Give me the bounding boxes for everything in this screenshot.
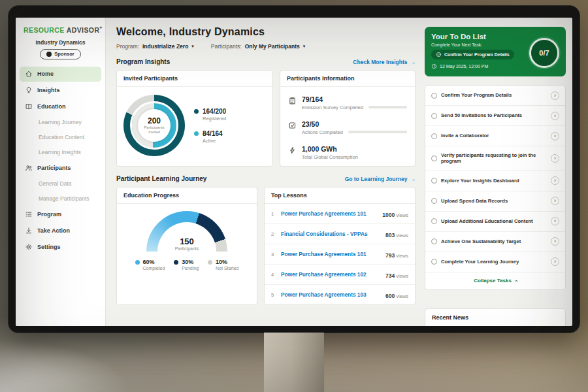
sidebar: RESOURCEADVISOR+ Industry Dynamics Spons… bbox=[16, 18, 106, 326]
task-row[interactable]: Explore Your Insights Dashboard › bbox=[425, 171, 565, 191]
todo-progress-value: 0/7 bbox=[539, 49, 549, 57]
link-label: Check More Insights bbox=[353, 59, 407, 65]
completed-value: 60% bbox=[143, 259, 165, 265]
lesson-rank: 1 bbox=[271, 211, 276, 217]
task-row[interactable]: Upload Additional Educational Content › bbox=[425, 212, 565, 232]
sidebar-item-insights[interactable]: Insights bbox=[20, 83, 101, 98]
pending-value: 30% bbox=[182, 259, 199, 265]
learning-cards-row: Education Progress 150 Participants bbox=[116, 187, 416, 305]
list-icon bbox=[25, 210, 33, 218]
chevron-right-icon[interactable]: › bbox=[551, 257, 559, 266]
go-to-learning-journey-link[interactable]: Go to Learning Journey → bbox=[345, 176, 416, 182]
task-checkbox[interactable] bbox=[431, 133, 437, 139]
task-row[interactable]: Confirm Your Program Details › bbox=[425, 86, 565, 106]
task-checkbox[interactable] bbox=[431, 113, 437, 119]
lesson-link[interactable]: Power Purchase Agreements 101 bbox=[281, 251, 381, 257]
lesson-link[interactable]: Power Purchase Agreements 101 bbox=[281, 210, 378, 217]
chevron-right-icon[interactable]: › bbox=[551, 176, 559, 185]
chevron-right-icon[interactable]: › bbox=[551, 112, 559, 120]
lesson-row: 5 Power Purchase Agreements 103 600views bbox=[265, 285, 415, 304]
chevron-right-icon[interactable]: › bbox=[551, 237, 559, 246]
todo-summary-card: Your To Do List Complete Your Next Task:… bbox=[425, 27, 566, 76]
actions-value: 23/50 bbox=[302, 120, 407, 128]
task-checkbox[interactable] bbox=[431, 178, 437, 184]
lesson-rank: 5 bbox=[271, 292, 276, 298]
program-filter[interactable]: Program: Industrialize Zero ▾ bbox=[116, 43, 194, 50]
brand-logo-plus: + bbox=[99, 25, 103, 30]
nav-label: Education bbox=[37, 103, 66, 110]
task-label: Verify participants requesting to join t… bbox=[441, 152, 547, 165]
task-checkbox[interactable] bbox=[431, 93, 437, 99]
sidebar-item-learning-insights[interactable]: Learning Insights bbox=[20, 146, 101, 159]
lesson-views: 803views bbox=[385, 228, 408, 240]
task-row[interactable]: Send 50 Invitations to Participants › bbox=[425, 106, 565, 126]
invited-count: 200 bbox=[148, 116, 161, 125]
chevron-right-icon[interactable]: › bbox=[551, 197, 559, 205]
sidebar-item-take-action[interactable]: Take Action bbox=[20, 223, 101, 238]
lesson-link[interactable]: Power Purchase Agreements 102 bbox=[281, 271, 381, 278]
monitor-stand bbox=[264, 333, 324, 392]
clock-icon bbox=[431, 63, 437, 69]
sidebar-item-home[interactable]: Home bbox=[20, 67, 101, 82]
nav-label: General Data bbox=[39, 180, 72, 187]
filter-bar: Program: Industrialize Zero ▾ Participan… bbox=[116, 43, 416, 50]
sidebar-item-education-content[interactable]: Education Content bbox=[20, 131, 101, 144]
lightning-icon bbox=[288, 146, 297, 155]
task-checkbox[interactable] bbox=[431, 198, 437, 204]
task-checkbox[interactable] bbox=[431, 155, 437, 161]
participants-filter-value: Only My Participants bbox=[245, 43, 300, 50]
sidebar-item-learning-journey[interactable]: Learning Journey bbox=[20, 116, 101, 129]
lesson-link[interactable]: Power Purchase Agreements 103 bbox=[281, 291, 381, 298]
lesson-link[interactable]: Financial Considerations - VPPAs bbox=[281, 231, 381, 237]
task-row[interactable]: Verify participants requesting to join t… bbox=[425, 146, 565, 171]
sponsor-badge-label: Sponsor bbox=[54, 51, 74, 57]
chevron-right-icon[interactable]: › bbox=[551, 91, 559, 100]
chevron-right-icon[interactable]: › bbox=[551, 154, 559, 163]
todo-due-label: 12 May 2025, 12:00 PM bbox=[440, 64, 488, 69]
gear-icon bbox=[25, 243, 33, 251]
consumption-value: 1,000 GWh bbox=[302, 145, 407, 153]
sidebar-item-general-data[interactable]: General Data bbox=[20, 177, 101, 191]
nav-label: Education Content bbox=[39, 134, 84, 140]
sidebar-item-program[interactable]: Program bbox=[20, 207, 101, 222]
sidebar-item-settings[interactable]: Settings bbox=[20, 240, 101, 255]
participants-information-card: Participants Information 79/164 Emission… bbox=[280, 70, 416, 167]
info-row-consumption: 1,000 GWh Total Global Consumption bbox=[288, 140, 407, 165]
chevron-right-icon[interactable]: › bbox=[551, 217, 559, 225]
section-title-program-insights: Program Insights bbox=[116, 58, 170, 65]
people-icon bbox=[25, 164, 33, 172]
sidebar-item-manage-participants[interactable]: Manage Participants bbox=[20, 192, 101, 206]
participants-filter[interactable]: Participants: Only My Participants ▾ bbox=[211, 43, 305, 50]
lessons-list: 1 Power Purchase Agreements 101 1000view… bbox=[265, 204, 415, 304]
sidebar-item-participants[interactable]: Participants bbox=[20, 161, 101, 176]
task-row[interactable]: Complete Your Learning Journey › bbox=[425, 252, 565, 272]
task-row[interactable]: Achieve One Sustainability Target › bbox=[425, 232, 565, 252]
card-title: Invited Participants bbox=[117, 71, 272, 87]
todo-panel: Your To Do List Complete Your Next Task:… bbox=[423, 18, 572, 326]
task-row[interactable]: Upload Spend Data Records › bbox=[425, 191, 565, 212]
card-title: Education Progress bbox=[117, 188, 257, 204]
task-checkbox[interactable] bbox=[431, 259, 437, 265]
chevron-right-icon[interactable]: › bbox=[551, 132, 559, 140]
sidebar-item-education[interactable]: Education bbox=[20, 99, 101, 114]
task-checkbox[interactable] bbox=[431, 238, 437, 244]
page-title: Welcome, Industry Dynamics bbox=[116, 26, 416, 38]
participants-filter-label: Participants: bbox=[211, 43, 242, 50]
task-checkbox[interactable] bbox=[431, 218, 437, 224]
collapse-tasks-button[interactable]: Collapse Tasks › bbox=[425, 272, 565, 289]
task-row[interactable]: Invite a Collaborator › bbox=[425, 126, 565, 146]
task-label: Confirm Your Program Details bbox=[441, 92, 547, 99]
org-name: Industry Dynamics bbox=[16, 39, 105, 46]
education-progress-card: Education Progress 150 Participants bbox=[116, 187, 257, 305]
survey-label: Emission Survey Completed bbox=[302, 105, 363, 110]
sponsor-badge[interactable]: Sponsor bbox=[40, 49, 80, 59]
check-more-insights-link[interactable]: Check More Insights → bbox=[353, 59, 416, 65]
legend-pending: 30% Pending bbox=[174, 259, 199, 270]
education-gauge-center: 150 Participants bbox=[146, 237, 227, 251]
link-label: Go to Learning Journey bbox=[345, 176, 408, 182]
background-highlight bbox=[0, 340, 131, 392]
task-label: Achieve One Sustainability Target bbox=[441, 238, 547, 245]
lesson-views: 793views bbox=[385, 248, 408, 260]
lesson-views: 600views bbox=[385, 289, 408, 301]
book-icon bbox=[25, 103, 33, 110]
